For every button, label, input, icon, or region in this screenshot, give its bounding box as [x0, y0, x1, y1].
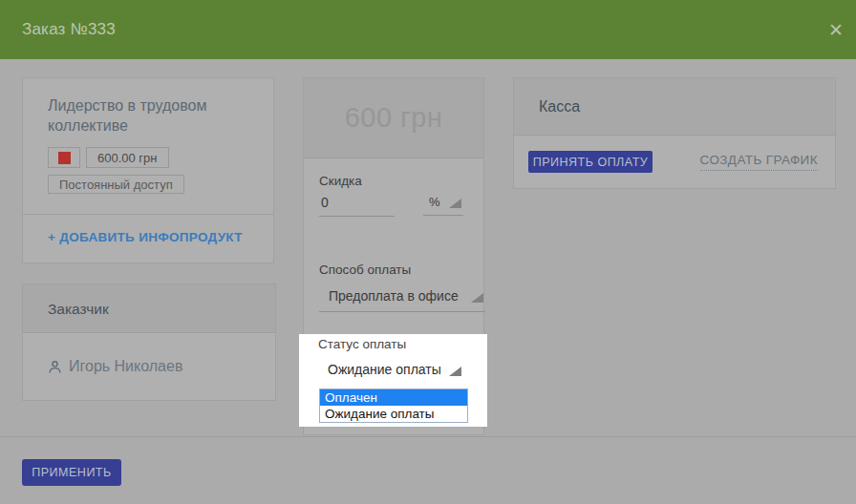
divider — [23, 214, 273, 215]
add-infoproduct-link[interactable]: + ДОБАВИТЬ ИНФОПРОДУКТ — [48, 230, 243, 244]
product-access-chip: Постоянный доступ — [48, 175, 184, 194]
modal-titlebar: Заказ №333 ✕ — [0, 0, 856, 59]
discount-unit-value: % — [429, 195, 440, 209]
customer-card-header: Заказчик — [23, 284, 275, 333]
cashier-actions: ПРИНЯТЬ ОПЛАТУ СОЗДАТЬ ГРАФИК — [514, 136, 835, 188]
cashier-card: Касса ПРИНЯТЬ ОПЛАТУ СОЗДАТЬ ГРАФИК — [513, 77, 836, 189]
product-price-chip: 600.00 грн — [86, 147, 169, 168]
payment-status-select[interactable]: Ожидание оплаты — [328, 362, 461, 377]
product-color-chip — [48, 147, 80, 168]
customer-card: Заказчик Игорь Николаев — [22, 284, 276, 401]
product-color-swatch-icon — [58, 152, 71, 164]
order-total: 600 грн — [304, 78, 483, 158]
status-option-list: Оплачен Ожидание оплаты — [319, 388, 468, 423]
accept-payment-button[interactable]: ПРИНЯТЬ ОПЛАТУ — [528, 151, 653, 173]
payment-status-label: Статус оплаты — [318, 337, 484, 351]
page-title: Заказ №333 — [22, 20, 116, 39]
status-option-awaiting[interactable]: Ожидание оплаты — [320, 406, 467, 422]
payment-status-value: Ожидание оплаты — [328, 362, 441, 377]
product-access-row: Постоянный доступ — [48, 175, 184, 194]
payment-method-value: Предоплата в офисе — [329, 288, 459, 304]
payment-status-section: Статус оплаты Ожидание оплаты Оплачен Ож… — [303, 334, 484, 377]
product-chip-row: 600.00 грн — [48, 147, 169, 168]
payment-method-select[interactable]: Предоплата в офисе — [319, 286, 485, 312]
apply-button[interactable]: ПРИМЕНИТЬ — [22, 459, 121, 486]
customer-row[interactable]: Игорь Николаев — [23, 333, 275, 400]
person-icon — [47, 359, 63, 375]
divider — [0, 436, 856, 437]
payment-method-label: Способ оплаты — [319, 262, 411, 277]
status-option-paid[interactable]: Оплачен — [320, 389, 467, 406]
customer-name: Игорь Николаев — [69, 358, 182, 375]
discount-unit-select[interactable]: % — [423, 193, 463, 216]
dropdown-triangle-icon — [471, 293, 483, 303]
discount-label: Скидка — [319, 174, 362, 188]
cashier-card-header: Касса — [514, 78, 835, 136]
dropdown-triangle-icon — [449, 367, 461, 376]
close-icon[interactable]: ✕ — [828, 21, 844, 39]
product-card: Лидерство в трудовом коллективе 600.00 г… — [22, 77, 274, 263]
dropdown-triangle-icon — [449, 199, 461, 208]
create-schedule-link[interactable]: СОЗДАТЬ ГРАФИК — [700, 153, 818, 171]
discount-input[interactable] — [319, 193, 395, 217]
product-title: Лидерство в трудовом коллективе — [48, 95, 248, 136]
